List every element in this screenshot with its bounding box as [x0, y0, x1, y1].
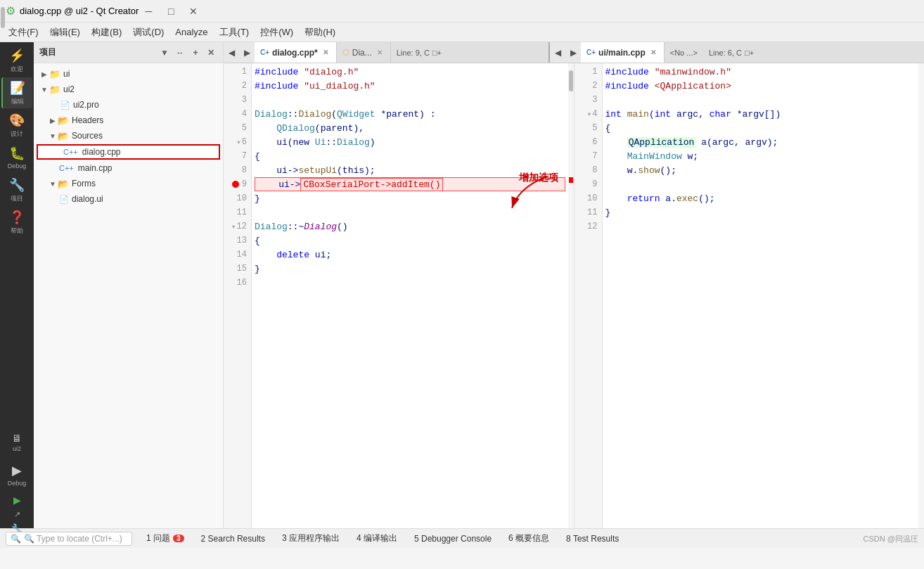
- tree-item-dialog-ui[interactable]: 📄 dialog.ui: [34, 191, 223, 207]
- tree-item-main-cpp[interactable]: C++ main.cpp: [34, 160, 223, 176]
- tree-item-sources[interactable]: ▼ 📂 Sources: [34, 128, 223, 143]
- line-num-4: 4: [230, 107, 247, 121]
- tree-item-ui2pro[interactable]: ▶ 📄 ui2.pro: [34, 97, 223, 113]
- tab-close-dia[interactable]: ✕: [375, 48, 385, 58]
- code-line-3: [255, 93, 565, 107]
- menu-debug[interactable]: 调试(D): [127, 23, 169, 41]
- tree-arrow-forms: ▼: [48, 180, 58, 188]
- right-scrollbar[interactable]: [918, 63, 924, 528]
- step-button[interactable]: ↗: [8, 510, 25, 519]
- sources-folder-icon: 📂: [58, 131, 69, 141]
- sidebar-item-debug2[interactable]: ▶ Debug: [1, 459, 32, 490]
- tree-arrow-sources: ▼: [48, 132, 58, 140]
- tab-nav-right2[interactable]: ◀: [550, 42, 565, 63]
- tab-icon-cpp: C+: [260, 49, 269, 56]
- ui-file-icon: 📄: [59, 195, 69, 204]
- tab-close-main[interactable]: ✕: [648, 48, 658, 58]
- problems-badge: 3: [173, 535, 184, 542]
- sidebar-item-project[interactable]: 🔧 项目: [1, 174, 32, 205]
- right-code-editor: 1 2 3 ▼4 5 6 7 8 9 10 11 12: [575, 63, 925, 528]
- tab-main-cpp[interactable]: C+ ui/main.cpp ✕: [581, 42, 665, 63]
- menu-analyze[interactable]: Analyze: [169, 24, 213, 40]
- r-line-num-7: 7: [581, 149, 598, 163]
- left-tabs: C+ dialog.cpp* ✕ ⬡ Dia... ✕ Line: 9, C □…: [255, 42, 550, 63]
- right-editor-content[interactable]: 1 2 3 ▼4 5 6 7 8 9 10 11 12: [575, 63, 925, 528]
- r-line-num-2: 2: [581, 79, 598, 93]
- run-button[interactable]: ▶: [8, 494, 25, 506]
- scrollbar-thumb-left[interactable]: [569, 70, 573, 91]
- sidebar-item-help[interactable]: ❓ 帮助: [1, 207, 32, 238]
- close-panel-button[interactable]: ✕: [205, 46, 217, 59]
- r-code-line-11: }: [605, 205, 916, 219]
- r-line-num-8: 8: [581, 163, 598, 177]
- sync-button[interactable]: ↔: [174, 46, 186, 59]
- status-search-results[interactable]: 2 Search Results: [198, 532, 268, 545]
- menu-edit[interactable]: 编辑(E): [44, 23, 86, 41]
- sidebar-bottom: 🖥 ui2 ▶ Debug ▶ ↗ 🔧: [1, 427, 32, 528]
- status-test-results[interactable]: 8 Test Results: [563, 532, 622, 545]
- tree-arrow-ui: ▶: [39, 70, 49, 78]
- sidebar-item-debug[interactable]: 🐛 Debug: [1, 142, 32, 173]
- code-line-6: ui(new Ui::Dialog): [255, 135, 565, 149]
- r-code-line-6: QApplication a(argc, argv);: [605, 135, 916, 149]
- tab-label-dia: Dia...: [352, 48, 372, 58]
- sidebar-item-design[interactable]: 🎨 设计: [1, 110, 32, 141]
- tab-label-main-cpp: ui/main.cpp: [598, 48, 646, 58]
- status-debugger[interactable]: 5 Debugger Console: [411, 532, 494, 545]
- menu-file[interactable]: 文件(F): [3, 23, 44, 41]
- code-line-16: [255, 276, 565, 290]
- tab-dia[interactable]: ⬡ Dia... ✕: [337, 42, 391, 63]
- tab-nav-right[interactable]: ▶: [239, 42, 255, 63]
- left-code-lines[interactable]: #include "dialog.h" #include "ui_dialog.…: [252, 63, 568, 528]
- tree-item-forms[interactable]: ▼ 📂 Forms: [34, 176, 223, 191]
- status-app-output[interactable]: 3 应用程序输出: [279, 531, 342, 546]
- right-tab-extra: <No ...>: [665, 42, 703, 63]
- tab-close-dialog-cpp[interactable]: ✕: [321, 48, 331, 58]
- line-num-16: 16: [230, 276, 247, 290]
- tab-nav-left[interactable]: ◀: [224, 42, 239, 63]
- left-editor-content[interactable]: 1 2 3 4 5 ▼6 7 8 9 10 11: [224, 63, 574, 528]
- line-num-15: 15: [230, 262, 247, 276]
- minimize-button[interactable]: ─: [139, 1, 158, 21]
- main-layout: ⚡ 欢迎 📝 编辑 🎨 设计 🐛 Debug 🔧 项目 ❓ 帮助 🖥 ui2: [0, 42, 924, 528]
- tree-item-headers[interactable]: ▶ 📂 Headers: [34, 113, 223, 128]
- window-controls: ─ □ ✕: [139, 1, 203, 21]
- headers-folder-icon: 📂: [58, 115, 69, 126]
- error-marker-9: [569, 177, 573, 183]
- tab-dialog-cpp[interactable]: C+ dialog.cpp* ✕: [255, 42, 337, 63]
- sidebar-item-ui2[interactable]: 🖥 ui2: [1, 427, 32, 458]
- menu-help[interactable]: 帮助(H): [299, 23, 341, 41]
- project-panel: 项目 ▼ ↔ + ✕ ▶ 📁 ui ▼ 📁 ui2: [34, 42, 224, 528]
- code-line-1: #include "dialog.h": [255, 65, 565, 79]
- tab-label-dialog-cpp: dialog.cpp*: [272, 48, 318, 58]
- status-summary[interactable]: 6 概要信息: [506, 531, 552, 546]
- left-scrollbar[interactable]: [568, 63, 574, 528]
- filter-button[interactable]: ▼: [158, 46, 171, 59]
- titlebar-title: dialog.cpp @ ui2 - Qt Creator: [20, 6, 139, 16]
- close-button[interactable]: ✕: [184, 1, 203, 21]
- tree-item-ui2[interactable]: ▼ 📁 ui2: [34, 82, 223, 97]
- menu-tools[interactable]: 工具(T): [214, 23, 255, 41]
- sidebar-icons: ⚡ 欢迎 📝 编辑 🎨 设计 🐛 Debug 🔧 项目 ❓ 帮助 🖥 ui2: [0, 42, 34, 528]
- add-button[interactable]: +: [189, 46, 202, 59]
- code-line-12: Dialog::~Dialog(): [255, 219, 565, 234]
- tree-item-dialog-cpp[interactable]: C++ dialog.cpp: [37, 144, 220, 160]
- sidebar-item-welcome[interactable]: ⚡ 欢迎: [1, 45, 32, 76]
- line-num-7: 7: [230, 149, 247, 163]
- tab-nav-right3[interactable]: ▶: [565, 42, 581, 63]
- cpp-file-icon-2: C++: [59, 164, 74, 172]
- status-problems[interactable]: 1 问题 3: [143, 531, 187, 546]
- summary-label: 6 概要信息: [508, 532, 549, 544]
- menu-controls[interactable]: 控件(W): [255, 23, 299, 41]
- maximize-button[interactable]: □: [161, 1, 181, 21]
- code-line-15: }: [255, 262, 565, 276]
- line-num-1: 1: [230, 65, 247, 79]
- search-results-label: 2 Search Results: [201, 534, 265, 544]
- sidebar-item-edit[interactable]: 📝 编辑: [1, 77, 32, 108]
- r-code-line-3: [605, 93, 916, 107]
- status-compile-output[interactable]: 4 编译输出: [354, 531, 400, 546]
- tree-item-ui[interactable]: ▶ 📁 ui: [34, 66, 223, 82]
- right-code-lines[interactable]: #include "mainwindow.h" #include <QAppli…: [603, 63, 919, 528]
- locate-search[interactable]: 🔍 🔍 Type to locate (Ctrl+...): [6, 532, 132, 546]
- menu-build[interactable]: 构建(B): [86, 23, 127, 41]
